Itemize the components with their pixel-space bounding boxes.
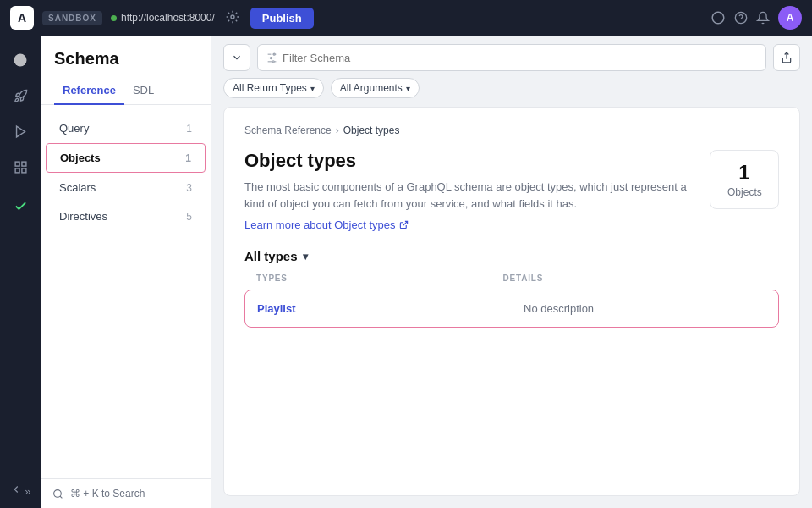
- expand-rail-button[interactable]: »: [10, 483, 31, 498]
- publish-button[interactable]: Publish: [250, 8, 314, 29]
- breadcrumb: Schema Reference › Object types: [244, 124, 779, 136]
- notification-icon-button[interactable]: [756, 11, 770, 25]
- share-button[interactable]: [773, 44, 800, 71]
- types-table: TYPES DETAILS: [244, 273, 779, 290]
- sidebar-tabs: Reference SDL: [41, 77, 211, 105]
- avatar[interactable]: A: [778, 6, 802, 30]
- column-types: TYPES: [244, 273, 491, 290]
- filter-bar: [211, 36, 812, 78]
- svg-point-8: [54, 489, 62, 497]
- rail-bottom: »: [10, 483, 31, 508]
- settings-button[interactable]: [223, 8, 242, 29]
- type-name: Playlist: [245, 290, 512, 327]
- all-types-label: All types: [244, 249, 298, 263]
- tab-sdl[interactable]: SDL: [124, 77, 162, 105]
- object-types-description: The most basic components of a GraphQL s…: [244, 179, 710, 212]
- sidebar-item-count: 1: [185, 152, 191, 164]
- sidebar-item-count: 1: [186, 123, 192, 135]
- svg-line-9: [60, 496, 62, 498]
- svg-point-0: [231, 15, 234, 19]
- help-icon-button[interactable]: [734, 11, 748, 25]
- sidebar-item-directives[interactable]: Directives 5: [46, 202, 206, 230]
- sidebar-item-count: 3: [186, 182, 192, 194]
- all-arguments-chevron-icon: ▾: [406, 84, 410, 93]
- svg-rect-6: [15, 168, 19, 172]
- sidebar-footer: ⌘ + K to Search: [41, 478, 211, 508]
- objects-count-number: 1: [727, 161, 761, 185]
- sidebar-item-label: Objects: [60, 152, 101, 164]
- sidebar-item-count: 5: [186, 211, 192, 223]
- all-types-header[interactable]: All types ▾: [244, 249, 779, 263]
- table-row[interactable]: Playlist No description: [244, 290, 779, 328]
- object-types-header: Object types The most basic components o…: [244, 150, 779, 232]
- apollo-icon-button[interactable]: [710, 10, 726, 25]
- all-types-chevron-icon: ▾: [303, 251, 308, 262]
- tab-reference[interactable]: Reference: [54, 77, 124, 105]
- sidebar-item-objects[interactable]: Objects 1: [46, 143, 206, 173]
- sidebar-nav: Query 1 Objects 1 Scalars 3 Directives 5: [41, 105, 211, 478]
- filter-search-icon: [266, 52, 277, 64]
- all-arguments-pill[interactable]: All Arguments ▾: [331, 78, 420, 98]
- rail-rocket-button[interactable]: [6, 81, 35, 110]
- objects-count-label: Objects: [727, 186, 761, 198]
- sidebar-item-label: Directives: [59, 210, 107, 223]
- type-detail: No description: [512, 290, 778, 327]
- url-bar: http://localhost:8000/: [111, 12, 215, 24]
- content-panel: Schema Reference › Object types Object t…: [223, 107, 800, 496]
- breadcrumb-separator: ›: [336, 124, 339, 136]
- rail-grid-button[interactable]: [6, 152, 35, 181]
- svg-line-20: [403, 221, 407, 225]
- all-arguments-label: All Arguments: [340, 82, 403, 94]
- sidebar-title: Schema: [54, 49, 119, 69]
- rail-play-button[interactable]: [6, 117, 35, 146]
- return-types-label: All Return Types: [233, 82, 307, 94]
- search-icon: [52, 489, 63, 500]
- objects-count-card: 1 Objects: [710, 150, 779, 209]
- sidebar-item-query[interactable]: Query 1: [46, 114, 206, 142]
- return-types-pill[interactable]: All Return Types ▾: [223, 78, 324, 98]
- filter-dropdown-button[interactable]: [223, 44, 250, 71]
- object-types-title: Object types: [244, 150, 710, 172]
- logo: A: [10, 6, 34, 30]
- rail-check-button[interactable]: [6, 191, 35, 220]
- filter-input-wrap: [257, 44, 766, 71]
- object-types-info: Object types The most basic components o…: [244, 150, 710, 232]
- footer-search-text: ⌘ + K to Search: [70, 488, 145, 500]
- svg-marker-3: [16, 126, 25, 137]
- sidebar: Schema Reference SDL Query 1 Objects 1 S…: [41, 36, 211, 508]
- sidebar-item-label: Query: [59, 122, 89, 135]
- learn-more-link[interactable]: Learn more about Object types: [244, 218, 409, 231]
- svg-rect-4: [15, 162, 19, 166]
- sidebar-header: Schema: [41, 36, 211, 77]
- svg-rect-5: [21, 162, 25, 166]
- filter-input[interactable]: [283, 52, 757, 64]
- status-dot: [111, 15, 117, 21]
- url-text: http://localhost:8000/: [121, 12, 215, 24]
- svg-rect-7: [21, 168, 25, 172]
- sidebar-item-label: Scalars: [59, 181, 96, 194]
- breadcrumb-parent[interactable]: Schema Reference: [244, 124, 332, 136]
- svg-point-18: [272, 60, 274, 62]
- svg-point-2: [14, 54, 27, 67]
- sidebar-item-scalars[interactable]: Scalars 3: [46, 174, 206, 202]
- topbar: A SANDBOX http://localhost:8000/ Publish…: [0, 0, 812, 36]
- return-types-chevron-icon: ▾: [310, 84, 315, 93]
- main-content: All Return Types ▾ All Arguments ▾ Schem…: [211, 36, 812, 508]
- app-layout: » Schema Reference SDL Query 1 Objects 1…: [0, 36, 812, 508]
- table-header: TYPES DETAILS: [244, 273, 779, 290]
- topbar-right: A: [710, 6, 802, 30]
- external-link-icon: [399, 220, 409, 229]
- sandbox-badge: SANDBOX: [42, 11, 102, 25]
- rail-logo: [6, 46, 35, 75]
- breadcrumb-current: Object types: [343, 124, 400, 136]
- svg-point-17: [270, 57, 272, 58]
- filter-pills: All Return Types ▾ All Arguments ▾: [211, 78, 812, 107]
- icon-rail: »: [0, 36, 41, 508]
- column-details: DETAILS: [491, 273, 779, 290]
